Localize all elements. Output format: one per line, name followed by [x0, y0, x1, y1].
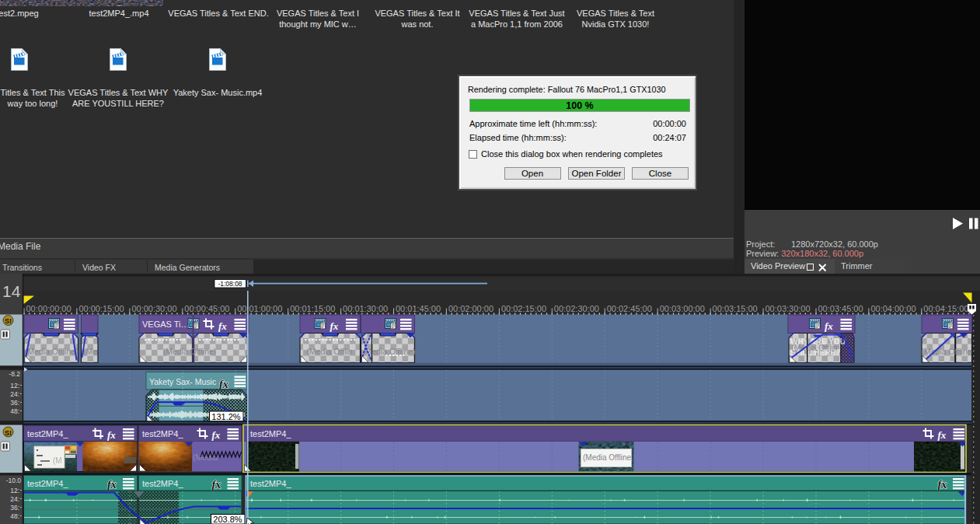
svg-text:00:02:30:00: 00:02:30:00 [554, 304, 599, 313]
svg-text:00:03:15:00: 00:03:15:00 [713, 304, 758, 313]
svg-text:00:03:30:00: 00:03:30:00 [766, 304, 811, 313]
svg-text:24:: 24: [10, 390, 19, 398]
svg-text:00:02:15:00: 00:02:15:00 [501, 304, 546, 313]
svg-text:fx: fx [107, 429, 116, 441]
svg-text:131.2%: 131.2% [211, 412, 241, 421]
svg-text:S!: S! [5, 429, 12, 437]
svg-text:(Media Offline): (Media Offline) [163, 347, 217, 356]
svg-text:(M: (M [53, 456, 62, 465]
svg-text:00:00:30:00: 00:00:30:00 [131, 304, 176, 313]
svg-text:203.8%: 203.8% [213, 515, 242, 524]
svg-text:test2MP4_: test2MP4_ [142, 479, 183, 488]
svg-text:24:: 24: [10, 495, 19, 503]
svg-text:00:02:45:00: 00:02:45:00 [607, 304, 652, 313]
svg-text:fx: fx [107, 479, 117, 491]
svg-text:-8.2: -8.2 [9, 370, 20, 378]
svg-text:(Me: (Me [83, 347, 97, 356]
svg-text:(Media Offlin: (Media Offlin [791, 343, 837, 352]
svg-text:test2MP4_: test2MP4_ [27, 479, 68, 488]
svg-text:test2MP4_: test2MP4_ [142, 429, 183, 438]
svg-text:12:: 12: [10, 487, 19, 494]
svg-text:fx: fx [938, 479, 947, 491]
svg-text:(Media Offline: (Media Offline [583, 453, 632, 462]
svg-text:test2MP4_: test2MP4_ [27, 429, 68, 438]
svg-text:fx: fx [938, 429, 947, 441]
svg-text:36:: 36: [10, 399, 19, 407]
svg-text:14: 14 [2, 282, 21, 300]
svg-text:36:: 36: [10, 504, 19, 512]
svg-text:00:00:00:00: 00:00:00:00 [26, 304, 71, 313]
svg-text:00:03:00:00: 00:03:00:00 [660, 304, 705, 313]
svg-text:fx: fx [825, 320, 833, 332]
svg-text:12:: 12: [10, 382, 19, 390]
svg-text:00:02:00:00: 00:02:00:00 [448, 304, 493, 313]
svg-text:00:04:00:00: 00:04:00:00 [870, 304, 915, 313]
svg-text:48:: 48: [10, 407, 19, 415]
svg-text:fx: fx [219, 379, 228, 390]
svg-text:(Media Offlin: (Media Offlin [306, 347, 352, 356]
svg-text:-10.0: -10.0 [6, 477, 22, 484]
svg-text:fx: fx [212, 429, 221, 441]
svg-text:00:04:15:00: 00:04:15:00 [923, 304, 968, 313]
svg-text:00:01:00:00: 00:01:00:00 [237, 304, 282, 313]
svg-text:(Media Offline): (Media Offline) [25, 347, 78, 356]
svg-text:00:03:45:00: 00:03:45:00 [818, 304, 863, 313]
svg-text:fx: fx [218, 320, 227, 332]
svg-text:fx: fx [330, 320, 339, 332]
svg-text:VEGAS Ti…: VEGAS Ti… [142, 320, 190, 329]
svg-text:00:00:15:00: 00:00:15:00 [78, 304, 124, 313]
svg-text:S!: S! [5, 317, 12, 325]
svg-text:(Media Offline: (Media Offline [921, 347, 971, 356]
svg-text:00:00:45:00: 00:00:45:00 [184, 304, 229, 313]
svg-text:fx: fx [212, 479, 221, 491]
svg-text:00:01:30:00: 00:01:30:00 [343, 304, 388, 313]
svg-text:-1:08:08: -1:08:08 [218, 280, 242, 288]
svg-text:48:: 48: [10, 512, 19, 520]
svg-text:00:01:45:00: 00:01:45:00 [396, 304, 441, 313]
svg-text:00:01:15:00: 00:01:15:00 [290, 304, 335, 313]
svg-text:test2MP4_: test2MP4_ [250, 479, 291, 488]
svg-text:test2MP4_: test2MP4_ [250, 429, 291, 438]
